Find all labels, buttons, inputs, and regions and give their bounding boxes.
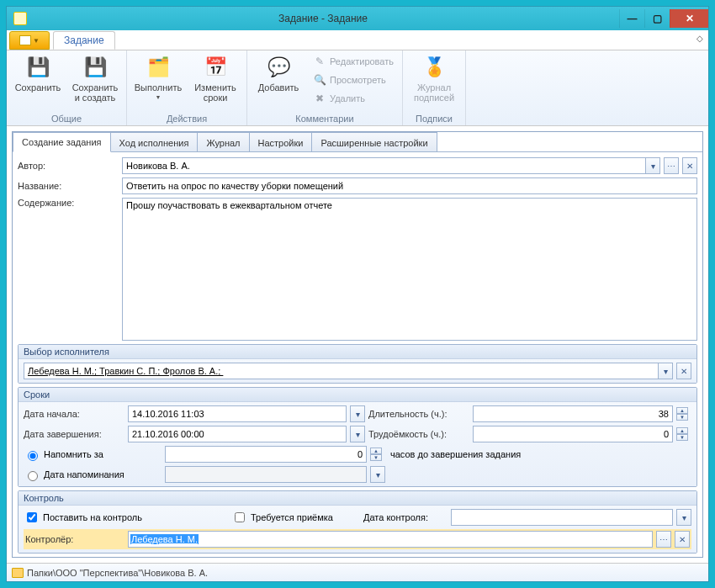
close-button[interactable]: ✕ [670,9,708,28]
control-date-dropdown[interactable]: ▾ [676,509,691,526]
save-create-icon: 💾 [82,54,109,81]
duration-spinner[interactable]: ▲▼ [676,407,688,421]
performers-title: Выбор исполнителя [19,345,696,359]
start-date-dropdown[interactable]: ▾ [350,405,365,422]
signatures-log-button: 🏅 Журнал подписей [408,52,460,103]
control-group: Контроль Поставить на контроль Требуется… [18,490,697,554]
window-title: Задание - Задание [27,13,619,24]
maximize-button[interactable]: ▢ [644,9,670,28]
labor-spinner[interactable]: ▲▼ [676,427,688,441]
tab-journal[interactable]: Журнал [197,132,249,152]
put-control-checkbox[interactable] [27,512,37,522]
minimize-button[interactable]: — [619,9,644,28]
save-label: Сохранить [15,82,61,93]
end-date-input[interactable] [128,426,347,442]
folder-icon [12,568,24,578]
add-comment-icon: 💬 [265,54,292,81]
labor-input[interactable] [473,426,673,442]
add-label: Добавить [258,82,299,93]
tab-ext-settings[interactable]: Расширенные настройки [311,132,437,152]
status-path: Папки\ООО "Перспектива"\Новикова В. А. [27,568,208,578]
ribbon: 💾 Сохранить 💾 Сохранить и создать Общие … [7,50,708,126]
app-menu-icon [19,35,31,45]
app-menu-button[interactable]: ▼ [9,31,50,50]
content-area: Создание задания Ход исполнения Журнал Н… [7,126,708,563]
labor-label: Трудоёмкость (ч.): [368,429,469,439]
start-date-label: Дата начала: [24,409,124,419]
siglog-label: Журнал подписей [414,82,454,103]
save-create-label: Сохранить и создать [72,82,119,103]
performers-clear-button[interactable]: ✕ [676,363,691,379]
app-window: Задание - Задание — ▢ ✕ ▼ Задание ◇ 💾 Со… [6,6,709,582]
author-label: Автор: [18,161,119,171]
execute-icon: 🗂️ [145,54,172,81]
remind-date-dropdown[interactable]: ▾ [370,466,385,483]
duration-label: Длительность (ч.): [368,409,469,419]
controller-browse-button[interactable]: ⋯ [656,531,671,548]
author-dropdown-button[interactable]: ▾ [645,157,660,174]
end-date-label: Дата завершения: [24,429,124,439]
content-label: Содержание: [18,198,119,208]
save-icon: 💾 [24,54,51,81]
calendar-icon: 📅 [202,54,229,81]
edit-label: Редактировать [330,56,394,66]
start-date-input[interactable] [128,405,347,422]
change-dates-button[interactable]: 📅 Изменить сроки [189,52,241,103]
content-textarea[interactable]: Прошу поучаствовать в ежеквартальном отч… [122,198,697,341]
group-comments-label: Комментарии [295,114,353,125]
ribbon-tab-task[interactable]: Задание [53,31,115,50]
status-bar: Папки\ООО "Перспектива"\Новикова В. А. [7,563,708,581]
duration-input[interactable] [473,405,673,422]
save-and-create-button[interactable]: 💾 Сохранить и создать [69,52,121,103]
need-accept-checkbox[interactable] [235,512,245,522]
ribbon-collapse-button[interactable]: ◇ [696,34,703,43]
group-actions-label: Действия [167,114,207,125]
control-date-label: Дата контроля: [363,512,448,522]
control-date-input[interactable] [451,509,673,526]
controller-input[interactable]: Лебедева Н. М. [128,531,653,548]
remind-before-radio[interactable] [28,451,38,461]
edit-comment-button: ✎Редактировать [310,52,397,71]
tab-strip: Создание задания Ход исполнения Журнал Н… [13,132,702,152]
execute-button[interactable]: 🗂️ Выполнить ▼ [132,52,184,103]
chevron-down-icon: ▼ [156,93,162,103]
tab-settings[interactable]: Настройки [249,132,313,152]
group-common-label: Общие [51,114,82,125]
add-comment-button[interactable]: 💬 Добавить [252,52,305,108]
ribbon-tabstrip: ▼ Задание ◇ [7,30,708,50]
execute-label: Выполнить [135,82,182,93]
tab-create[interactable]: Создание задания [13,132,111,152]
tab-body: Автор: ▾ ⋯ ✕ Название: Содержание: Прошу… [13,151,702,557]
app-icon [13,12,27,25]
remind-date-input [165,466,367,483]
performers-dropdown-button[interactable]: ▾ [658,363,673,379]
remind-value-input[interactable] [165,446,367,463]
stamp-icon: 🏅 [421,54,448,81]
remind-before-label: Напомнить за [44,449,162,459]
eye-icon: 🔍 [313,73,326,87]
view-label: Просмотреть [330,75,386,85]
pencil-icon: ✎ [313,55,326,68]
control-title: Контроль [19,491,696,506]
controller-label: Контролёр: [25,534,124,544]
author-input[interactable] [122,157,645,174]
remind-spinner[interactable]: ▲▼ [370,448,382,461]
name-input[interactable] [122,177,697,194]
group-sign-label: Подписи [416,114,453,125]
author-browse-button[interactable]: ⋯ [664,157,679,174]
author-clear-button[interactable]: ✕ [682,157,697,174]
change-dates-label: Изменить сроки [194,82,236,103]
end-date-dropdown[interactable]: ▾ [350,426,365,442]
put-control-label: Поставить на контроль [43,512,228,522]
controller-clear-button[interactable]: ✕ [675,531,690,548]
remind-suffix: часов до завершения задания [390,449,521,459]
remind-date-label: Дата напоминания [44,469,162,479]
view-comment-button: 🔍Просмотреть [310,71,397,89]
tab-progress[interactable]: Ход исполнения [110,132,199,152]
controller-value: Лебедева Н. М. [130,534,199,544]
dates-title: Сроки [19,388,696,402]
save-button[interactable]: 💾 Сохранить [12,52,64,103]
performers-input[interactable] [24,363,658,379]
remind-date-radio[interactable] [28,471,38,481]
titlebar: Задание - Задание — ▢ ✕ [7,7,708,30]
